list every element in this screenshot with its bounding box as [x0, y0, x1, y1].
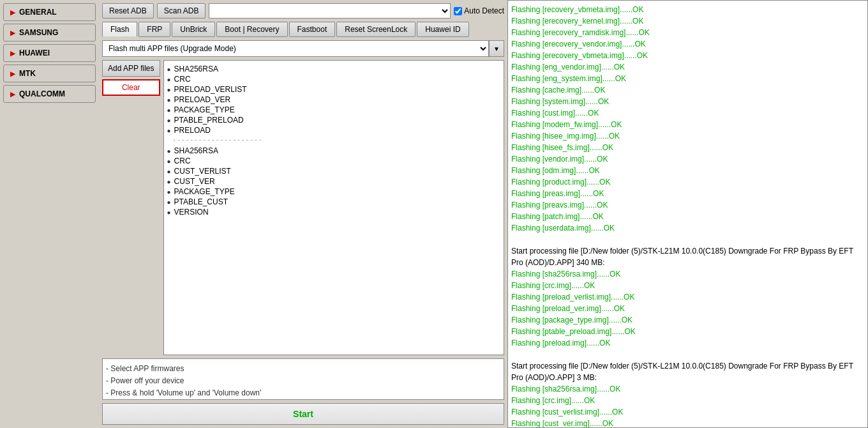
- log-line: Flashing [erecovery_ramdisk.img]......OK: [511, 27, 864, 38]
- tab-boot-recovery[interactable]: Boot | Recovery: [216, 22, 287, 37]
- sidebar-item-label: MTK: [19, 69, 36, 78]
- clear-button[interactable]: Clear: [102, 79, 160, 96]
- list-item: ●PRELOAD_VER: [167, 95, 501, 105]
- log-line: Flashing [odm.img]......OK: [511, 165, 864, 176]
- file-area: Add APP files Clear ●SHA256RSA ●CRC ●PRE…: [102, 60, 504, 355]
- tab-flash[interactable]: Flash: [102, 22, 137, 37]
- add-app-files-button[interactable]: Add APP files: [102, 60, 160, 77]
- file-list-container: ●SHA256RSA ●CRC ●PRELOAD_VERLIST ●PRELOA…: [163, 60, 505, 355]
- log-line: Flashing [recovery_vbmeta.img]......OK: [511, 4, 864, 15]
- list-item: ●VERSION: [167, 207, 501, 217]
- sidebar-item-label: GENERAL: [19, 8, 57, 17]
- log-line: Flashing [cust_verlist.img]......OK: [511, 406, 864, 418]
- mode-dropdown-wrap: Flash multi APP files (Upgrade Mode) ▼: [102, 40, 504, 57]
- log-line: [511, 349, 864, 360]
- tab-unbrick[interactable]: UnBrick: [172, 22, 215, 37]
- log-line: Flashing [package_type.img]......OK: [511, 314, 864, 326]
- log-line: Flashing [hisee_fs.img]......OK: [511, 142, 864, 153]
- log-line: Flashing [product.img]......OK: [511, 176, 864, 188]
- log-line: Start processing file [D:/New folder (5)…: [511, 360, 864, 383]
- auto-detect-checkbox[interactable]: [454, 7, 462, 15]
- list-item: ●PRELOAD_VERLIST: [167, 84, 501, 95]
- start-btn-wrap: Start: [102, 403, 504, 425]
- instructions: - Select APP firmwares - Power off your …: [102, 358, 504, 400]
- list-item: ●PACKAGE_TYPE: [167, 187, 501, 197]
- log-line: Flashing [sha256rsa.img]......OK: [511, 268, 864, 280]
- sidebar-item-label: HUAWEI: [19, 49, 50, 57]
- sidebar-item-label: SAMSUNG: [19, 28, 58, 37]
- log-line: Flashing [preas.img]......OK: [511, 188, 864, 199]
- sidebar-item-qualcomm[interactable]: ▶ QUALCOMM: [3, 85, 96, 103]
- device-dropdown[interactable]: [209, 3, 451, 19]
- start-button[interactable]: Start: [102, 403, 504, 425]
- list-item: ●PACKAGE_TYPE: [167, 105, 501, 115]
- arrow-icon: ▶: [10, 9, 15, 16]
- log-line: Flashing [cust_ver.img]......OK: [511, 418, 864, 428]
- sidebar-item-huawei[interactable]: ▶ HUAWEI: [3, 44, 96, 62]
- log-line: Flashing [eng_vendor.img]......OK: [511, 61, 864, 73]
- log-line: Flashing [vendor.img]......OK: [511, 153, 864, 165]
- arrow-icon: ▶: [10, 91, 15, 98]
- sidebar-item-mtk[interactable]: ▶ MTK: [3, 65, 96, 82]
- log-line: Flashing [userdata.img]......OK: [511, 222, 864, 234]
- auto-detect-wrap: Auto Detect: [454, 6, 504, 15]
- auto-detect-label: Auto Detect: [464, 6, 504, 15]
- log-line: Flashing [eng_system.img]......OK: [511, 73, 864, 84]
- list-item: ●SHA256RSA: [167, 64, 501, 74]
- file-list-group1: ●SHA256RSA ●CRC ●PRELOAD_VERLIST ●PRELOA…: [167, 64, 501, 135]
- file-list-group2: ●SHA256RSA ●CRC ●CUST_VERLIST ●CUST_VER …: [167, 146, 501, 217]
- log-panel[interactable]: Flashing [recovery_vbmeta.img]......OKFl…: [507, 0, 868, 428]
- log-line: Flashing [crc.img]......OK: [511, 280, 864, 291]
- log-line: Flashing [sha256rsa.img]......OK: [511, 383, 864, 395]
- sidebar-item-label: QUALCOMM: [19, 89, 65, 98]
- log-line: Flashing [ptable_preload.img]......OK: [511, 326, 864, 337]
- log-line: Flashing [erecovery_vendor.img]......OK: [511, 38, 864, 50]
- list-item: ●PTABLE_PRELOAD: [167, 115, 501, 125]
- log-line: Flashing [modem_fw.img]......OK: [511, 119, 864, 130]
- log-line: Flashing [hisee_img.img]......OK: [511, 130, 864, 142]
- sidebar: ▶ GENERAL ▶ SAMSUNG ▶ HUAWEI ▶ MTK ▶ QUA…: [0, 0, 99, 428]
- arrow-icon: ▶: [10, 29, 15, 36]
- tab-fastboot[interactable]: Fastboot: [289, 22, 336, 37]
- scan-adb-button[interactable]: Scan ADB: [157, 3, 206, 19]
- log-line: Flashing [preload_ver.img]......OK: [511, 303, 864, 314]
- list-item: ●PTABLE_CUST: [167, 197, 501, 207]
- list-item: ●PRELOAD: [167, 125, 501, 135]
- toolbar: Reset ADB Scan ADB Auto Detect: [102, 3, 504, 19]
- log-line: Flashing [preload.img]......OK: [511, 337, 864, 349]
- list-item: ●CRC: [167, 156, 501, 166]
- log-line: Start processing file [D:/New folder (5)…: [511, 245, 864, 268]
- flash-mode-dropdown[interactable]: Flash multi APP files (Upgrade Mode): [102, 40, 489, 57]
- log-line: Flashing [system.img]......OK: [511, 96, 864, 107]
- log-line: Flashing [cache.img]......OK: [511, 84, 864, 96]
- log-line: Flashing [erecovery_vbmeta.img]......OK: [511, 50, 864, 61]
- list-item: ●CRC: [167, 74, 501, 84]
- main-content: Reset ADB Scan ADB Auto Detect Flash FRP…: [99, 0, 507, 428]
- log-line: Flashing [erecovery_kernel.img]......OK: [511, 15, 864, 27]
- tab-huawei-id[interactable]: Huawei ID: [417, 22, 468, 37]
- file-controls: Add APP files Clear: [102, 60, 160, 355]
- dropdown-arrow-button[interactable]: ▼: [489, 40, 504, 57]
- log-line: Flashing [preload_verlist.img]......OK: [511, 291, 864, 303]
- separator: - - - - - - - - - - - - - - - - - - - - …: [167, 135, 501, 143]
- sidebar-item-samsung[interactable]: ▶ SAMSUNG: [3, 24, 96, 42]
- tabs: Flash FRP UnBrick Boot | Recovery Fastbo…: [102, 22, 504, 37]
- tab-frp[interactable]: FRP: [138, 22, 170, 37]
- log-line: Flashing [preavs.img]......OK: [511, 199, 864, 211]
- log-line: [511, 234, 864, 245]
- reset-adb-button[interactable]: Reset ADB: [102, 3, 154, 19]
- sidebar-item-general[interactable]: ▶ GENERAL: [3, 3, 96, 21]
- arrow-icon: ▶: [10, 50, 15, 57]
- log-line: Flashing [cust.img]......OK: [511, 107, 864, 119]
- list-item: ●SHA256RSA: [167, 146, 501, 156]
- log-line: Flashing [crc.img]......OK: [511, 395, 864, 406]
- list-item: ●CUST_VER: [167, 176, 501, 187]
- tab-reset-screenlock[interactable]: Reset ScreenLock: [336, 22, 415, 37]
- list-item: ●CUST_VERLIST: [167, 166, 501, 176]
- log-line: Flashing [patch.img]......OK: [511, 211, 864, 222]
- arrow-icon: ▶: [10, 70, 15, 77]
